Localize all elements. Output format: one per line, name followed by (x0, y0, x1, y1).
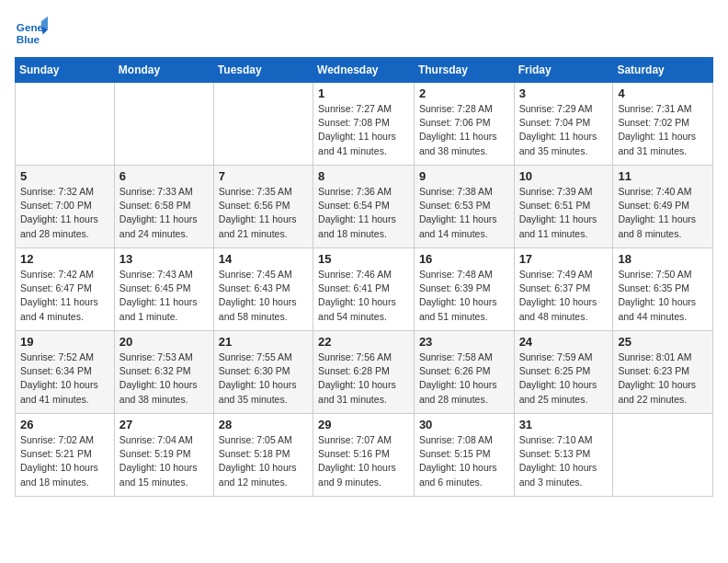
week-row-2: 5Sunrise: 7:32 AM Sunset: 7:00 PM Daylig… (16, 166, 713, 248)
calendar-cell (613, 414, 713, 497)
day-number: 22 (318, 335, 409, 349)
day-detail: Sunrise: 7:45 AM Sunset: 6:43 PM Dayligh… (219, 268, 308, 324)
calendar-cell: 29Sunrise: 7:07 AM Sunset: 5:16 PM Dayli… (313, 414, 415, 497)
day-number: 10 (519, 169, 609, 183)
calendar-cell: 1Sunrise: 7:27 AM Sunset: 7:08 PM Daylig… (313, 83, 415, 166)
day-number: 31 (519, 418, 609, 431)
calendar-cell: 12Sunrise: 7:42 AM Sunset: 6:47 PM Dayli… (16, 248, 115, 331)
day-number: 23 (419, 335, 509, 349)
calendar-table: SundayMondayTuesdayWednesdayThursdayFrid… (15, 57, 713, 497)
day-number: 4 (618, 86, 708, 100)
day-detail: Sunrise: 7:33 AM Sunset: 6:58 PM Dayligh… (119, 185, 209, 241)
day-number: 1 (318, 86, 409, 100)
calendar-cell: 28Sunrise: 7:05 AM Sunset: 5:18 PM Dayli… (213, 414, 313, 497)
day-detail: Sunrise: 7:36 AM Sunset: 6:54 PM Dayligh… (318, 185, 409, 241)
day-detail: Sunrise: 7:32 AM Sunset: 7:00 PM Dayligh… (20, 185, 109, 241)
day-number: 15 (318, 252, 409, 266)
day-detail: Sunrise: 7:56 AM Sunset: 6:28 PM Dayligh… (318, 350, 409, 407)
day-detail: Sunrise: 7:07 AM Sunset: 5:16 PM Dayligh… (318, 433, 409, 489)
day-number: 5 (20, 169, 109, 183)
day-detail: Sunrise: 7:40 AM Sunset: 6:49 PM Dayligh… (618, 185, 708, 241)
weekday-header-wednesday: Wednesday (313, 58, 415, 83)
calendar-cell: 25Sunrise: 8:01 AM Sunset: 6:23 PM Dayli… (613, 331, 713, 414)
calendar-cell: 27Sunrise: 7:04 AM Sunset: 5:19 PM Dayli… (114, 414, 213, 497)
day-number: 30 (419, 418, 509, 431)
calendar-cell (213, 83, 313, 166)
day-detail: Sunrise: 7:10 AM Sunset: 5:13 PM Dayligh… (519, 433, 609, 489)
day-number: 12 (20, 252, 109, 266)
weekday-header-sunday: Sunday (16, 58, 115, 83)
calendar-cell: 11Sunrise: 7:40 AM Sunset: 6:49 PM Dayli… (613, 166, 713, 248)
calendar-cell: 23Sunrise: 7:58 AM Sunset: 6:26 PM Dayli… (414, 331, 514, 414)
day-number: 9 (419, 169, 509, 183)
day-detail: Sunrise: 7:55 AM Sunset: 6:30 PM Dayligh… (219, 350, 308, 407)
day-number: 21 (219, 335, 308, 349)
day-detail: Sunrise: 7:43 AM Sunset: 6:45 PM Dayligh… (119, 268, 209, 324)
day-number: 18 (618, 252, 708, 266)
day-detail: Sunrise: 7:05 AM Sunset: 5:18 PM Dayligh… (219, 433, 308, 489)
svg-text:Blue: Blue (17, 33, 40, 45)
logo: General Blue (15, 15, 48, 48)
day-number: 3 (519, 86, 609, 100)
weekday-header-monday: Monday (114, 58, 213, 83)
logo-icon: General Blue (15, 15, 48, 48)
week-row-4: 19Sunrise: 7:52 AM Sunset: 6:34 PM Dayli… (16, 331, 713, 414)
day-detail: Sunrise: 7:59 AM Sunset: 6:25 PM Dayligh… (519, 350, 609, 407)
calendar-cell: 10Sunrise: 7:39 AM Sunset: 6:51 PM Dayli… (514, 166, 613, 248)
day-detail: Sunrise: 7:42 AM Sunset: 6:47 PM Dayligh… (20, 268, 109, 324)
day-detail: Sunrise: 7:29 AM Sunset: 7:04 PM Dayligh… (519, 102, 609, 158)
calendar-cell: 2Sunrise: 7:28 AM Sunset: 7:06 PM Daylig… (414, 83, 514, 166)
day-number: 13 (119, 252, 209, 266)
calendar-cell: 7Sunrise: 7:35 AM Sunset: 6:56 PM Daylig… (213, 166, 313, 248)
calendar-cell (114, 83, 213, 166)
day-detail: Sunrise: 7:46 AM Sunset: 6:41 PM Dayligh… (318, 268, 409, 324)
day-number: 11 (618, 169, 708, 183)
day-detail: Sunrise: 7:49 AM Sunset: 6:37 PM Dayligh… (519, 268, 609, 324)
day-number: 2 (419, 86, 509, 100)
calendar-cell: 16Sunrise: 7:48 AM Sunset: 6:39 PM Dayli… (414, 248, 514, 331)
day-number: 26 (20, 418, 109, 431)
page-header: General Blue (15, 15, 713, 48)
day-number: 14 (219, 252, 308, 266)
calendar-cell: 22Sunrise: 7:56 AM Sunset: 6:28 PM Dayli… (313, 331, 415, 414)
calendar-cell: 26Sunrise: 7:02 AM Sunset: 5:21 PM Dayli… (16, 414, 115, 497)
week-row-3: 12Sunrise: 7:42 AM Sunset: 6:47 PM Dayli… (16, 248, 713, 331)
weekday-header-thursday: Thursday (414, 58, 514, 83)
day-number: 20 (119, 335, 209, 349)
calendar-cell: 30Sunrise: 7:08 AM Sunset: 5:15 PM Dayli… (414, 414, 514, 497)
week-row-5: 26Sunrise: 7:02 AM Sunset: 5:21 PM Dayli… (16, 414, 713, 497)
calendar-cell: 5Sunrise: 7:32 AM Sunset: 7:00 PM Daylig… (16, 166, 115, 248)
day-detail: Sunrise: 7:02 AM Sunset: 5:21 PM Dayligh… (20, 433, 109, 489)
calendar-cell: 9Sunrise: 7:38 AM Sunset: 6:53 PM Daylig… (414, 166, 514, 248)
calendar-cell (16, 83, 115, 166)
calendar-cell: 19Sunrise: 7:52 AM Sunset: 6:34 PM Dayli… (16, 331, 115, 414)
calendar-cell: 15Sunrise: 7:46 AM Sunset: 6:41 PM Dayli… (313, 248, 415, 331)
day-number: 27 (119, 418, 209, 431)
day-detail: Sunrise: 7:52 AM Sunset: 6:34 PM Dayligh… (20, 350, 109, 407)
calendar-cell: 24Sunrise: 7:59 AM Sunset: 6:25 PM Dayli… (514, 331, 613, 414)
calendar-cell: 13Sunrise: 7:43 AM Sunset: 6:45 PM Dayli… (114, 248, 213, 331)
day-detail: Sunrise: 7:31 AM Sunset: 7:02 PM Dayligh… (618, 102, 708, 158)
day-detail: Sunrise: 7:08 AM Sunset: 5:15 PM Dayligh… (419, 433, 509, 489)
calendar-cell: 31Sunrise: 7:10 AM Sunset: 5:13 PM Dayli… (514, 414, 613, 497)
calendar-cell: 17Sunrise: 7:49 AM Sunset: 6:37 PM Dayli… (514, 248, 613, 331)
day-detail: Sunrise: 7:35 AM Sunset: 6:56 PM Dayligh… (219, 185, 308, 241)
day-number: 8 (318, 169, 409, 183)
day-number: 28 (219, 418, 308, 431)
day-number: 24 (519, 335, 609, 349)
day-detail: Sunrise: 7:50 AM Sunset: 6:35 PM Dayligh… (618, 268, 708, 324)
weekday-header-friday: Friday (514, 58, 613, 83)
day-number: 25 (618, 335, 708, 349)
calendar-cell: 14Sunrise: 7:45 AM Sunset: 6:43 PM Dayli… (213, 248, 313, 331)
day-number: 7 (219, 169, 308, 183)
day-detail: Sunrise: 7:39 AM Sunset: 6:51 PM Dayligh… (519, 185, 609, 241)
day-detail: Sunrise: 7:04 AM Sunset: 5:19 PM Dayligh… (119, 433, 209, 489)
day-number: 6 (119, 169, 209, 183)
weekday-header-saturday: Saturday (613, 58, 713, 83)
calendar-cell: 21Sunrise: 7:55 AM Sunset: 6:30 PM Dayli… (213, 331, 313, 414)
calendar-cell: 8Sunrise: 7:36 AM Sunset: 6:54 PM Daylig… (313, 166, 415, 248)
week-row-1: 1Sunrise: 7:27 AM Sunset: 7:08 PM Daylig… (16, 83, 713, 166)
day-number: 19 (20, 335, 109, 349)
calendar-cell: 3Sunrise: 7:29 AM Sunset: 7:04 PM Daylig… (514, 83, 613, 166)
calendar-cell: 4Sunrise: 7:31 AM Sunset: 7:02 PM Daylig… (613, 83, 713, 166)
